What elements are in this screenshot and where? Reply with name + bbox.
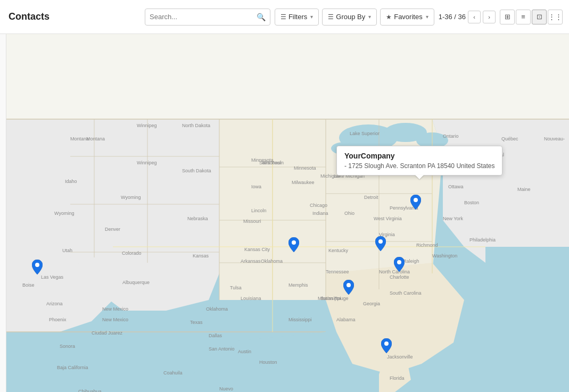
filter-group: ☰ Filters ▾ ☰ Group By ▾ ★ Favorites ▾ bbox=[275, 9, 434, 26]
svg-text:Oklahoma: Oklahoma bbox=[261, 258, 283, 264]
page-title: Contacts bbox=[9, 11, 50, 22]
svg-text:Minnesota: Minnesota bbox=[294, 165, 316, 171]
map-pin-memphis[interactable] bbox=[288, 237, 299, 252]
svg-text:Montana: Montana bbox=[86, 136, 105, 141]
toolbar: 🔍 ☰ Filters ▾ ☰ Group By ▾ ★ Favorites ▾… bbox=[138, 9, 569, 26]
svg-text:Florida: Florida bbox=[390, 376, 405, 381]
view-buttons: ⊞ ≡ ⊡ ⋮⋮ bbox=[500, 10, 563, 24]
svg-text:Dallas: Dallas bbox=[209, 333, 222, 338]
svg-text:Georgia: Georgia bbox=[363, 301, 380, 306]
group-by-label: Group By bbox=[336, 13, 365, 21]
svg-text:Las Vegas: Las Vegas bbox=[41, 274, 64, 280]
map-tooltip: YourCompany - 1725 Slough Ave. Scranton … bbox=[336, 146, 502, 176]
map-pin-charlotte-2[interactable] bbox=[394, 257, 405, 272]
favorites-label: Favorites bbox=[394, 13, 422, 21]
svg-rect-32 bbox=[485, 247, 569, 392]
search-input[interactable] bbox=[150, 13, 257, 21]
svg-text:Ottawa: Ottawa bbox=[448, 184, 464, 189]
map-pin-florida[interactable] bbox=[381, 338, 392, 353]
svg-point-124 bbox=[292, 240, 296, 245]
svg-point-121 bbox=[378, 239, 383, 244]
svg-text:Wyoming: Wyoming bbox=[54, 211, 74, 216]
svg-point-125 bbox=[35, 263, 39, 267]
svg-text:Québec: Québec bbox=[501, 136, 518, 141]
svg-text:Sonora: Sonora bbox=[60, 344, 75, 349]
svg-text:Lincoln: Lincoln bbox=[251, 208, 267, 213]
tooltip-address: - 1725 Slough Ave. Scranton PA 18540 Uni… bbox=[344, 162, 494, 170]
tooltip-arrow bbox=[415, 175, 424, 179]
svg-text:Nuevo: Nuevo bbox=[219, 386, 233, 391]
view-list-button[interactable]: ≡ bbox=[516, 10, 531, 24]
svg-text:Ohio: Ohio bbox=[344, 211, 354, 216]
group-by-button[interactable]: ☰ Group By ▾ bbox=[322, 9, 377, 26]
search-box[interactable]: 🔍 bbox=[145, 9, 270, 26]
pagination-next-button[interactable]: › bbox=[483, 11, 496, 23]
svg-text:West Virginia: West Virginia bbox=[374, 216, 402, 221]
favorites-button[interactable]: ★ Favorites ▾ bbox=[380, 9, 434, 26]
favorites-chevron-icon: ▾ bbox=[426, 14, 428, 20]
map-pin-arizona[interactable] bbox=[32, 260, 43, 274]
map-pin-atlanta[interactable] bbox=[343, 280, 354, 295]
svg-text:Arizona: Arizona bbox=[46, 301, 63, 306]
svg-text:Detroit: Detroit bbox=[364, 195, 378, 200]
svg-text:Chihuahua: Chihuahua bbox=[78, 389, 102, 392]
view-map-button[interactable]: ⊡ bbox=[532, 10, 547, 24]
map-background[interactable]: Winnipeg North Dakota South Dakota Nebra… bbox=[6, 34, 569, 392]
group-by-icon: ☰ bbox=[328, 13, 334, 21]
svg-text:Phoenix: Phoenix bbox=[49, 317, 67, 322]
svg-text:Saint Paul: Saint Paul bbox=[259, 160, 281, 165]
svg-text:Winnipeg: Winnipeg bbox=[137, 123, 157, 128]
svg-rect-1 bbox=[6, 34, 569, 119]
svg-text:Tulsa: Tulsa bbox=[230, 285, 242, 290]
svg-text:Alabama: Alabama bbox=[336, 317, 356, 322]
filter-icon: ☰ bbox=[281, 13, 286, 21]
left-sidebar bbox=[0, 34, 6, 392]
svg-point-122 bbox=[397, 260, 401, 264]
svg-point-120 bbox=[414, 198, 418, 202]
svg-text:Mississippi: Mississippi bbox=[288, 317, 312, 322]
map-pin-west-virginia[interactable] bbox=[410, 195, 421, 210]
filters-button[interactable]: ☰ Filters ▾ bbox=[275, 9, 319, 26]
map-pin-charlotte-1[interactable] bbox=[375, 236, 386, 251]
svg-text:New Mexico: New Mexico bbox=[102, 306, 128, 312]
tooltip-company-name: YourCompany bbox=[344, 152, 494, 160]
svg-text:Coahuila: Coahuila bbox=[163, 370, 183, 376]
svg-text:Lake Superior: Lake Superior bbox=[350, 131, 380, 136]
svg-text:Houston: Houston bbox=[259, 360, 277, 365]
svg-text:Texas: Texas bbox=[190, 320, 203, 325]
svg-text:Boston: Boston bbox=[464, 200, 479, 205]
svg-text:Philadelphia: Philadelphia bbox=[469, 237, 496, 243]
svg-text:Richmond: Richmond bbox=[416, 243, 438, 248]
pagination-prev-button[interactable]: ‹ bbox=[468, 11, 481, 23]
pagination-text: 1-36 / 36 bbox=[439, 13, 466, 21]
svg-text:Arkansas: Arkansas bbox=[241, 258, 261, 264]
svg-text:North Dakota: North Dakota bbox=[182, 123, 210, 128]
map-area[interactable]: Winnipeg North Dakota South Dakota Nebra… bbox=[6, 34, 569, 392]
svg-text:Memphis: Memphis bbox=[288, 282, 308, 288]
top-bar: Contacts 🔍 ☰ Filters ▾ ☰ Group By ▾ ★ Fa… bbox=[0, 0, 569, 34]
svg-text:Jacksonville: Jacksonville bbox=[387, 354, 413, 360]
svg-text:Milwaukee: Milwaukee bbox=[292, 180, 315, 185]
pagination: 1-36 / 36 ‹ › bbox=[439, 11, 496, 23]
svg-text:Maine: Maine bbox=[517, 187, 531, 192]
group-by-chevron-icon: ▾ bbox=[368, 14, 371, 20]
svg-text:Charlotte: Charlotte bbox=[390, 274, 409, 280]
svg-text:San Antonio: San Antonio bbox=[209, 346, 235, 352]
svg-text:Utah: Utah bbox=[62, 248, 72, 253]
view-kanban-button[interactable]: ⊞ bbox=[500, 10, 515, 24]
svg-text:Indiana: Indiana bbox=[312, 211, 328, 216]
svg-text:Nebraska: Nebraska bbox=[187, 216, 208, 221]
svg-text:Oklahoma: Oklahoma bbox=[206, 306, 228, 312]
star-icon: ★ bbox=[386, 13, 392, 21]
svg-text:Nouveau-: Nouveau- bbox=[544, 136, 565, 141]
svg-point-126 bbox=[384, 341, 389, 346]
filters-label: Filters bbox=[288, 13, 307, 21]
svg-text:South Carolina: South Carolina bbox=[390, 290, 422, 296]
filters-chevron-icon: ▾ bbox=[310, 14, 313, 20]
svg-text:Colorado: Colorado bbox=[122, 251, 142, 256]
search-icon[interactable]: 🔍 bbox=[257, 13, 266, 21]
svg-text:Winnipeg: Winnipeg bbox=[137, 160, 157, 165]
view-grid-button[interactable]: ⋮⋮ bbox=[548, 10, 563, 24]
page-title-area: Contacts bbox=[0, 11, 138, 22]
svg-text:Missouri: Missouri bbox=[243, 219, 261, 224]
